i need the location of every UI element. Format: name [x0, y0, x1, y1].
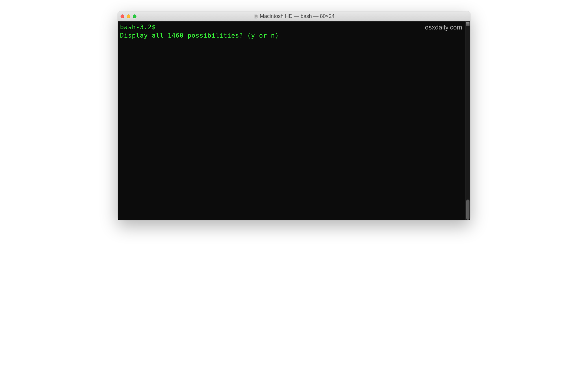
scrollbar[interactable]: [465, 21, 470, 220]
zoom-button[interactable]: [133, 14, 136, 18]
window-titlebar[interactable]: Macintosh HD — bash — 80×24: [118, 12, 470, 21]
scrollbar-top-indicator: [466, 22, 470, 26]
window-title-container: Macintosh HD — bash — 80×24: [118, 13, 470, 19]
scrollbar-thumb[interactable]: [466, 200, 469, 220]
terminal-window: Macintosh HD — bash — 80×24 bash-3.2$ Di…: [118, 12, 470, 220]
terminal-content[interactable]: bash-3.2$ Display all 1460 possibilities…: [118, 21, 465, 220]
traffic-lights: [121, 14, 136, 18]
output-line: Display all 1460 possibilities? (y or n): [120, 32, 463, 40]
svg-rect-0: [254, 15, 258, 18]
watermark-text: osxdaily.com: [425, 24, 462, 31]
minimize-button[interactable]: [127, 14, 130, 18]
terminal-body: bash-3.2$ Display all 1460 possibilities…: [118, 21, 470, 220]
prompt-line: bash-3.2$: [120, 23, 463, 32]
svg-rect-1: [255, 15, 257, 17]
disk-icon: [254, 14, 258, 19]
close-button[interactable]: [121, 14, 124, 18]
svg-point-2: [256, 17, 256, 18]
window-title: Macintosh HD — bash — 80×24: [260, 13, 335, 19]
